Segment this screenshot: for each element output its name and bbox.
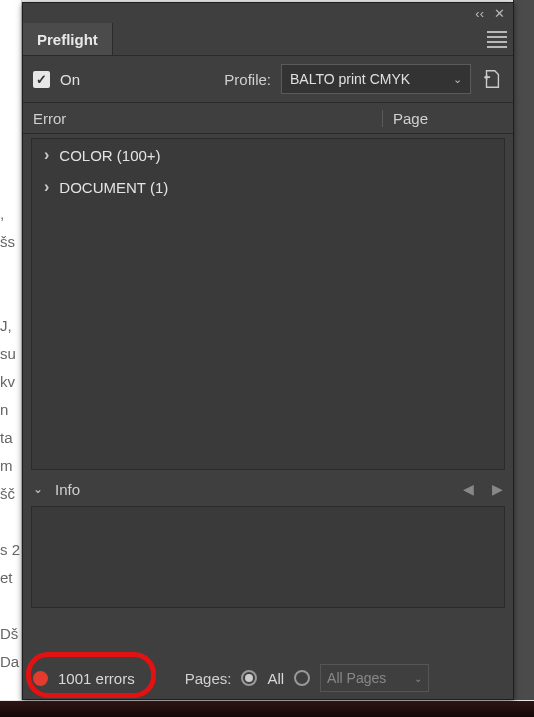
status-text: 1001 errors bbox=[58, 670, 135, 687]
tree-item-document[interactable]: DOCUMENT (1) bbox=[32, 171, 504, 203]
pages-label: Pages: bbox=[185, 670, 232, 687]
profile-select[interactable]: BALTO print CMYK ⌄ bbox=[281, 64, 471, 94]
error-tree[interactable]: COLOR (100+) DOCUMENT (1) bbox=[31, 138, 505, 470]
disclosure-icon bbox=[44, 146, 53, 164]
next-icon[interactable]: ▶ bbox=[492, 481, 503, 497]
page-range-value: All Pages bbox=[327, 670, 386, 686]
close-icon[interactable]: ✕ bbox=[494, 6, 505, 21]
tab-preflight[interactable]: Preflight bbox=[23, 23, 113, 55]
chevron-down-icon: ⌄ bbox=[414, 673, 422, 684]
info-section-header[interactable]: ⌄ Info ◀ ▶ bbox=[23, 474, 513, 504]
status-bar: 1001 errors Pages: All All Pages ⌄ bbox=[23, 657, 513, 699]
prev-icon[interactable]: ◀ bbox=[463, 481, 474, 497]
info-body bbox=[31, 506, 505, 608]
radio-all-label: All bbox=[267, 670, 284, 687]
profile-row: ✓ On Profile: BALTO print CMYK ⌄ bbox=[23, 56, 513, 103]
header-error[interactable]: Error bbox=[23, 110, 382, 127]
info-label: Info bbox=[55, 481, 80, 498]
chevron-down-icon: ⌄ bbox=[33, 482, 43, 496]
tree-item-label: COLOR (100+) bbox=[59, 147, 160, 164]
header-page[interactable]: Page bbox=[382, 110, 513, 127]
bottom-edge bbox=[0, 701, 534, 717]
info-nav: ◀ ▶ bbox=[463, 481, 503, 497]
profile-label: Profile: bbox=[224, 71, 271, 88]
page-range-select[interactable]: All Pages ⌄ bbox=[320, 664, 429, 692]
chevron-down-icon: ⌄ bbox=[453, 73, 462, 86]
preflight-on-checkbox[interactable]: ✓ bbox=[33, 71, 50, 88]
profile-select-value: BALTO print CMYK bbox=[290, 71, 410, 87]
disclosure-icon bbox=[44, 178, 53, 196]
collapse-icon[interactable]: ‹‹ bbox=[475, 6, 484, 21]
preflight-panel: ‹‹ ✕ Preflight ✓ On Profile: BALTO print… bbox=[22, 2, 514, 700]
tree-item-label: DOCUMENT (1) bbox=[59, 179, 168, 196]
radio-all[interactable] bbox=[241, 670, 257, 686]
embed-profile-icon[interactable] bbox=[481, 68, 503, 90]
panel-tabbar: Preflight bbox=[23, 23, 513, 56]
radio-range[interactable] bbox=[294, 670, 310, 686]
on-label: On bbox=[60, 71, 80, 88]
panel-menu-icon[interactable] bbox=[487, 29, 507, 49]
background-document-strip: , šs J, su kv n ta m šč s 2 et Dš Da bbox=[0, 0, 22, 700]
column-headers: Error Page bbox=[23, 103, 513, 134]
tree-item-color[interactable]: COLOR (100+) bbox=[32, 139, 504, 171]
status-error-dot-icon bbox=[33, 671, 48, 686]
app-right-rail bbox=[513, 0, 534, 700]
panel-window-controls: ‹‹ ✕ bbox=[23, 3, 513, 23]
